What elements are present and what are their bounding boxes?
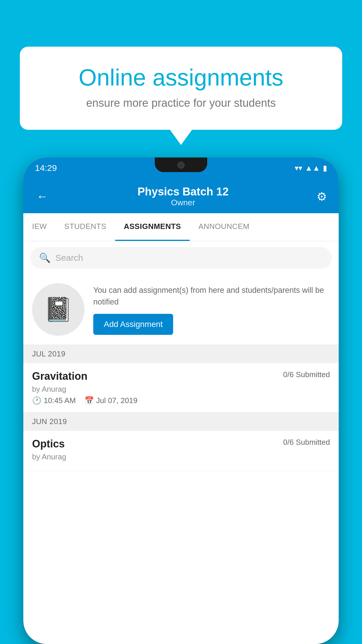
assignment-item-optics[interactable]: Optics 0/6 Submitted by Anurag bbox=[23, 431, 339, 471]
month-header-jun: JUN 2019 bbox=[23, 412, 339, 431]
phone-wrapper: 14:29 ▾▾ ▲▲ ▮ ← Physics Batch 12 Owner ⚙… bbox=[23, 158, 339, 644]
back-button[interactable]: ← bbox=[35, 188, 50, 204]
promo-icon-circle: 📓 bbox=[32, 283, 85, 336]
tab-iew[interactable]: IEW bbox=[23, 213, 56, 241]
assignment-time: 10:45 AM bbox=[44, 396, 76, 405]
month-label-jun: JUN 2019 bbox=[32, 417, 67, 426]
assignment-item-gravitation[interactable]: Gravitation 0/6 Submitted by Anurag 🕐 10… bbox=[23, 363, 339, 412]
clock-icon: 🕐 bbox=[32, 396, 41, 405]
assignment-row-top: Gravitation 0/6 Submitted bbox=[32, 370, 330, 382]
date-detail: 📅 Jul 07, 2019 bbox=[85, 396, 138, 405]
calendar-icon: 📅 bbox=[85, 396, 94, 405]
assignment-name-gravitation: Gravitation bbox=[32, 370, 87, 382]
assignment-name-optics: Optics bbox=[32, 438, 65, 450]
header-center: Physics Batch 12 Owner bbox=[138, 186, 229, 207]
assignment-row-top-optics: Optics 0/6 Submitted bbox=[32, 438, 330, 450]
tab-students[interactable]: STUDENTS bbox=[56, 213, 115, 241]
submitted-count-gravitation: 0/6 Submitted bbox=[283, 370, 330, 379]
tab-announcements[interactable]: ANNOUNCEM bbox=[190, 213, 258, 241]
signal-icon: ▲▲ bbox=[305, 164, 320, 173]
submitted-count-optics: 0/6 Submitted bbox=[283, 438, 330, 447]
phone-device: 14:29 ▾▾ ▲▲ ▮ ← Physics Batch 12 Owner ⚙… bbox=[23, 158, 339, 644]
app-header: ← Physics Batch 12 Owner ⚙ bbox=[23, 178, 339, 213]
month-header-jul: JUL 2019 bbox=[23, 345, 339, 363]
wifi-icon: ▾▾ bbox=[295, 164, 302, 173]
status-icons: ▾▾ ▲▲ ▮ bbox=[295, 164, 327, 173]
tabs-container: IEW STUDENTS ASSIGNMENTS ANNOUNCEM bbox=[23, 213, 339, 241]
time-detail: 🕐 10:45 AM bbox=[32, 396, 76, 405]
tab-assignments[interactable]: ASSIGNMENTS bbox=[115, 213, 190, 241]
add-assignment-button[interactable]: Add Assignment bbox=[93, 314, 173, 335]
settings-icon[interactable]: ⚙ bbox=[317, 190, 327, 203]
phone-inner: 14:29 ▾▾ ▲▲ ▮ ← Physics Batch 12 Owner ⚙… bbox=[23, 158, 339, 644]
phone-camera bbox=[178, 162, 184, 169]
promo-text: You can add assignment(s) from here and … bbox=[93, 284, 330, 308]
speech-bubble-container: Online assignments ensure more practice … bbox=[20, 47, 342, 130]
promo-section: 📓 You can add assignment(s) from here an… bbox=[23, 274, 339, 345]
search-container: 🔍 Search bbox=[23, 241, 339, 274]
promo-content: You can add assignment(s) from here and … bbox=[93, 284, 330, 335]
bubble-subtitle: ensure more practice for your students bbox=[40, 97, 322, 109]
notebook-icon: 📓 bbox=[44, 296, 73, 323]
assignment-details-gravitation: 🕐 10:45 AM 📅 Jul 07, 2019 bbox=[32, 396, 330, 405]
bubble-title: Online assignments bbox=[40, 64, 322, 91]
search-placeholder: Search bbox=[55, 253, 83, 263]
assignment-meta-gravitation: by Anurag bbox=[32, 385, 330, 394]
header-subtitle: Owner bbox=[138, 198, 229, 207]
battery-icon: ▮ bbox=[323, 164, 327, 173]
phone-notch bbox=[155, 158, 207, 172]
speech-bubble: Online assignments ensure more practice … bbox=[20, 47, 342, 130]
status-time: 14:29 bbox=[35, 163, 57, 173]
header-title: Physics Batch 12 bbox=[138, 186, 229, 198]
assignment-date: Jul 07, 2019 bbox=[96, 396, 138, 405]
search-bar[interactable]: 🔍 Search bbox=[30, 247, 332, 269]
month-label-jul: JUL 2019 bbox=[32, 349, 65, 358]
search-icon: 🔍 bbox=[39, 252, 51, 263]
assignment-meta-optics: by Anurag bbox=[32, 452, 330, 461]
